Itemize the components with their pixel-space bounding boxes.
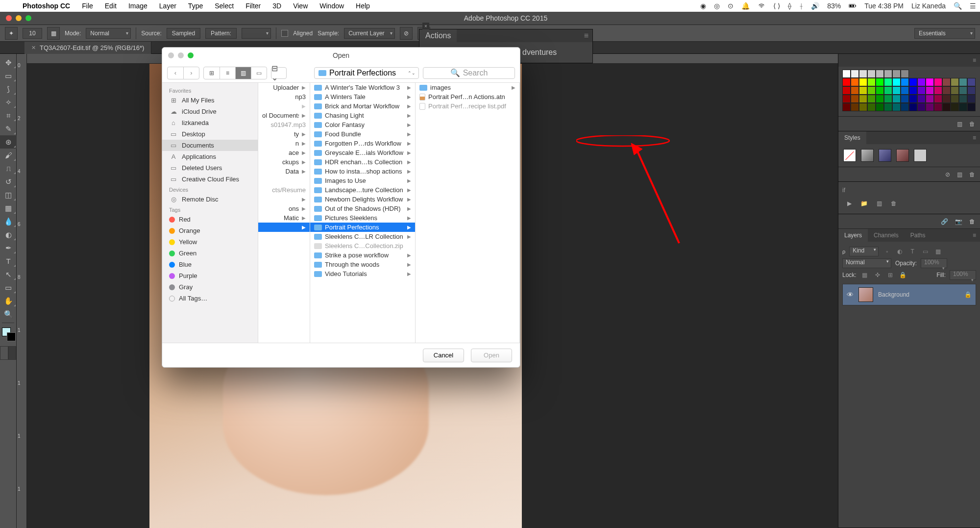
list-item[interactable]: Brick and Mortar Workflow▶ <box>310 101 415 111</box>
list-item[interactable]: Color Fantasy▶ <box>310 120 415 129</box>
sidebar-item[interactable]: ▭Documents <box>162 140 258 151</box>
swatch[interactable] <box>934 78 942 86</box>
mode-dropdown[interactable]: Normal <box>86 28 131 39</box>
menu-file[interactable]: File <box>76 2 99 10</box>
zoom-tool[interactable]: 🔍 <box>0 307 17 321</box>
swatch[interactable] <box>926 86 934 95</box>
swatches-panel[interactable] <box>838 67 980 116</box>
list-item[interactable]: Data▶ <box>258 167 310 176</box>
swatch[interactable] <box>951 103 959 111</box>
swatch[interactable] <box>967 103 976 111</box>
close-tab-icon[interactable]: ✕ <box>31 45 36 51</box>
swatch[interactable] <box>942 95 951 103</box>
list-item[interactable]: How to insta…shop actions▶ <box>310 167 415 176</box>
move-tool[interactable]: ✥ <box>0 56 17 69</box>
swatch[interactable] <box>892 86 901 95</box>
swatch[interactable] <box>876 86 884 95</box>
sync-icon[interactable]: ◉ <box>696 2 710 10</box>
panel-menu-icon[interactable]: ≡ <box>580 31 592 40</box>
open-button[interactable]: Open <box>471 349 512 362</box>
styles-tab[interactable]: Styles <box>838 131 866 144</box>
list-item[interactable]: ons▶ <box>258 204 310 213</box>
mask-mode[interactable] <box>0 346 16 360</box>
path-tool[interactable]: ↖ <box>0 268 17 281</box>
swatch[interactable] <box>909 86 917 95</box>
new-style-icon[interactable]: ▥ <box>957 171 962 178</box>
type-tool[interactable]: T <box>0 254 17 268</box>
swatch[interactable] <box>926 78 934 86</box>
menu-type[interactable]: Type <box>182 2 209 10</box>
volume-icon[interactable]: 🔊 <box>807 2 823 10</box>
tab-paths[interactable]: Paths <box>905 229 931 242</box>
column-3[interactable]: images▶Portrait Perf…n Actions.atnPortra… <box>416 83 520 343</box>
swatch[interactable] <box>842 78 851 86</box>
style-clear-icon[interactable]: ⊘ <box>945 171 950 178</box>
opacity-value[interactable]: 100% <box>921 258 947 268</box>
swatch[interactable] <box>867 95 876 103</box>
play-icon[interactable]: ▶ <box>847 200 852 207</box>
list-item[interactable]: Through the woods▶ <box>310 260 415 269</box>
new-swatch-icon[interactable]: ▥ <box>957 121 962 127</box>
swatch[interactable] <box>917 86 926 95</box>
tool-preset-icon[interactable]: ✦ <box>5 27 18 40</box>
sidebar-item[interactable]: ▭Deleted Users <box>162 162 258 174</box>
stamp-tool[interactable]: ⎍ <box>0 162 17 175</box>
notif-icon[interactable]: 🔔 <box>737 2 754 10</box>
list-item[interactable]: np3 <box>258 92 310 101</box>
list-item[interactable]: ty▶ <box>258 129 310 139</box>
menu-extra-icon[interactable]: ☰ <box>966 2 980 10</box>
cc-icon[interactable]: ◎ <box>710 2 724 10</box>
swatch[interactable] <box>867 86 876 95</box>
list-item[interactable]: ▶ <box>258 223 310 232</box>
swatch[interactable] <box>867 70 876 78</box>
list-item[interactable]: ol Documents▶ <box>258 111 310 120</box>
swatch[interactable] <box>967 78 976 86</box>
list-item[interactable]: Images to Use▶ <box>310 176 415 185</box>
swatch[interactable] <box>959 103 967 111</box>
swatch[interactable] <box>867 103 876 111</box>
cancel-button[interactable]: Cancel <box>423 349 464 362</box>
menu-window[interactable]: Window <box>314 2 350 10</box>
wifi-icon[interactable] <box>754 2 769 10</box>
list-item[interactable]: Matic▶ <box>258 213 310 223</box>
swatch[interactable] <box>892 103 901 111</box>
swatch[interactable] <box>959 78 967 86</box>
lock-pixels-icon[interactable]: ▦ <box>860 271 869 279</box>
tag-item[interactable]: Gray <box>162 281 258 293</box>
column-1[interactable]: Uploader▶np3▶ol Documents▶s01947.mp3ty▶n… <box>258 83 310 343</box>
panel-menu-icon[interactable]: ≡ <box>969 57 980 64</box>
swatch[interactable] <box>934 103 942 111</box>
swatch[interactable] <box>901 78 909 86</box>
lock-pos-icon[interactable]: ✜ <box>873 271 882 279</box>
list-item[interactable]: Portrait Perf…n Actions.atn <box>416 92 519 101</box>
list-item[interactable] <box>258 176 310 185</box>
swatch[interactable] <box>951 95 959 103</box>
swatch[interactable] <box>876 78 884 86</box>
sidebar-item[interactable]: AApplications <box>162 151 258 162</box>
list-item[interactable]: A Winters Tale▶ <box>310 92 415 101</box>
battery-icon[interactable] <box>845 2 860 10</box>
menu-select[interactable]: Select <box>209 2 240 10</box>
list-item[interactable]: Video Tutorials▶ <box>310 269 415 278</box>
menu-view[interactable]: View <box>287 2 314 10</box>
bluetooth-icon[interactable]: ⟊ <box>795 2 807 10</box>
list-item[interactable]: A Winter's Tale Workflow 3▶ <box>310 83 415 92</box>
swatch[interactable] <box>967 95 976 103</box>
folder-icon[interactable]: 📁 <box>860 200 868 207</box>
sidebar-item[interactable]: ☁iCloud Drive <box>162 106 258 117</box>
app-name[interactable]: Photoshop CC <box>17 2 76 10</box>
swatch[interactable] <box>876 103 884 111</box>
style-item[interactable] <box>896 149 909 162</box>
list-item[interactable]: images▶ <box>416 83 519 92</box>
swatch[interactable] <box>859 95 867 103</box>
list-item[interactable]: Greyscale E…ials Workflow▶ <box>310 148 415 157</box>
list-item[interactable]: Newborn Delights Workflow▶ <box>310 195 415 204</box>
swatch[interactable] <box>942 78 951 86</box>
window-controls[interactable] <box>0 15 31 21</box>
swatch[interactable] <box>851 103 859 111</box>
swatch[interactable] <box>909 95 917 103</box>
filter-smart-icon[interactable]: ▦ <box>933 247 942 256</box>
clock-icon[interactable]: ⊙ <box>724 2 737 10</box>
swatch[interactable] <box>951 78 959 86</box>
style-item[interactable] <box>879 149 891 162</box>
